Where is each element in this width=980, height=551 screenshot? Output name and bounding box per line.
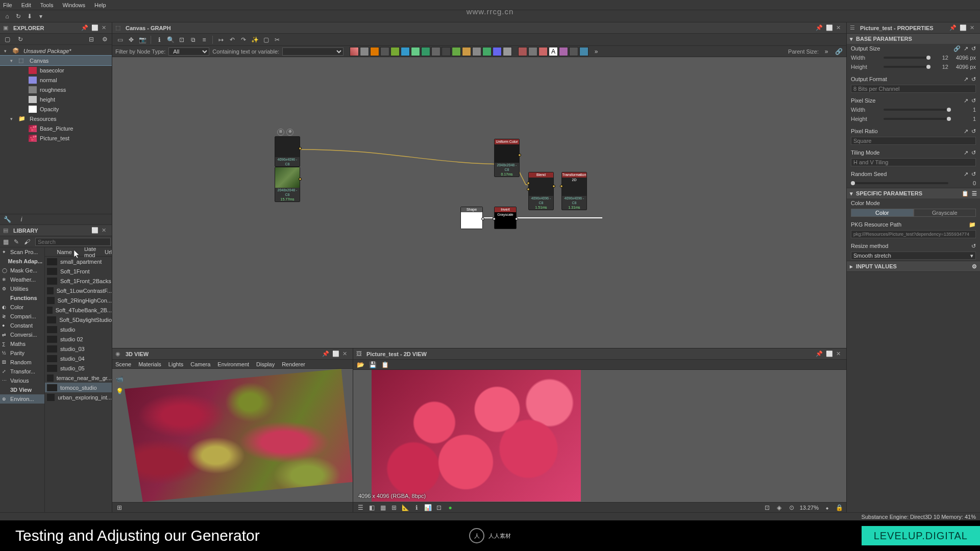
base-params-header[interactable]: ▾BASE PARAMETERS bbox=[847, 34, 980, 44]
seed-slider[interactable] bbox=[851, 182, 948, 184]
lib-category[interactable]: ❄Weather... bbox=[0, 275, 44, 284]
reset-icon[interactable]: ↺ bbox=[971, 149, 976, 156]
node-invert[interactable]: Invert Grayscale bbox=[494, 207, 517, 229]
reset-icon[interactable]: ↺ bbox=[971, 97, 976, 104]
width-slider[interactable] bbox=[884, 57, 930, 59]
menu-icon[interactable]: ☰ bbox=[972, 190, 977, 197]
node-icon[interactable] bbox=[401, 47, 410, 56]
inherit-icon[interactable]: ↗ bbox=[964, 45, 968, 52]
node-badge-icon[interactable]: B bbox=[277, 129, 284, 136]
lib-category[interactable]: 3D View bbox=[0, 385, 44, 394]
close-icon[interactable]: ✕ bbox=[102, 227, 109, 234]
node-icon[interactable] bbox=[538, 47, 548, 56]
menu-file[interactable]: File bbox=[3, 2, 12, 8]
3d-menu-scene[interactable]: Scene bbox=[115, 361, 131, 367]
node-graph[interactable]: B ⊕ 4096x4096 - C8 2048x2048 - C8 15.77m… bbox=[112, 57, 846, 348]
refresh-tree-icon[interactable]: ↻ bbox=[16, 35, 24, 43]
flow-icon[interactable]: ↦ bbox=[216, 35, 226, 44]
menu-help[interactable]: Help bbox=[94, 2, 106, 8]
3d-menu-materials[interactable]: Materials bbox=[138, 361, 161, 367]
node-icon[interactable] bbox=[360, 47, 369, 56]
node-bitmap-2[interactable]: 2048x2048 - C8 15.77ms bbox=[275, 167, 300, 202]
canvas-toolbar[interactable]: ▭ ✥ 📷 ℹ 🔍 ⊡ ⧉ ≡ ↦ ↶ ↷ ✨ ▢ ✂ bbox=[112, 34, 846, 46]
link-icon[interactable]: 🔗 bbox=[834, 47, 843, 56]
lib-category[interactable]: ∑Maths bbox=[0, 339, 44, 348]
lib-category[interactable]: ½Parity bbox=[0, 348, 44, 358]
wrench-icon[interactable]: 🔧 bbox=[3, 215, 11, 223]
maximize-icon[interactable]: ⬜ bbox=[826, 24, 833, 32]
node-transformation[interactable]: Transformation 2D 4096x4096 - C8 1.31ms bbox=[561, 172, 587, 210]
maximize-icon[interactable]: ⬜ bbox=[91, 227, 99, 234]
menu-tools[interactable]: Tools bbox=[40, 2, 54, 8]
lock-icon[interactable]: 🔒 bbox=[835, 504, 843, 512]
menu-windows[interactable]: Windows bbox=[62, 2, 85, 8]
lib-item[interactable]: studio_05 bbox=[45, 363, 112, 373]
package-row[interactable]: ▾📦 Unsaved Package* bbox=[0, 46, 112, 56]
ratio-field[interactable]: Square bbox=[851, 137, 976, 145]
3d-view-menu[interactable]: Scene Materials Lights Camera Environmen… bbox=[112, 360, 353, 369]
new-icon[interactable]: ▢ bbox=[3, 35, 11, 43]
info-icon[interactable]: i bbox=[17, 215, 26, 223]
lib-item[interactable]: studio 02 bbox=[45, 334, 112, 344]
specific-params-header[interactable]: ▾SPECIFIC PARAMETERS📋☰ bbox=[847, 188, 980, 198]
reset-icon[interactable]: ↺ bbox=[971, 243, 976, 249]
lib-category[interactable]: ≷Compari... bbox=[0, 312, 44, 321]
lib-category[interactable]: Functions bbox=[0, 293, 44, 303]
layers-icon[interactable]: ☰ bbox=[356, 504, 364, 512]
library-search-input[interactable] bbox=[35, 238, 111, 246]
align-icon[interactable]: ≡ bbox=[200, 35, 209, 44]
input-values-header[interactable]: ▸INPUT VALUES⚙ bbox=[847, 261, 980, 271]
chevron-down-icon[interactable]: ▾ bbox=[37, 12, 45, 20]
lib-category[interactable]: ⋯Various bbox=[0, 376, 44, 385]
center-icon[interactable]: ⊙ bbox=[788, 504, 796, 512]
magic-icon[interactable]: ✨ bbox=[250, 35, 259, 44]
info-icon[interactable]: ℹ bbox=[155, 35, 164, 44]
lib-item[interactable]: studio_04 bbox=[45, 354, 112, 363]
node-icon[interactable] bbox=[442, 47, 451, 56]
pin-icon[interactable]: 📌 bbox=[816, 24, 823, 32]
format-field[interactable]: 8 Bits per Channel bbox=[851, 85, 976, 93]
channel-height[interactable]: height bbox=[0, 94, 112, 104]
node-icon[interactable] bbox=[390, 47, 400, 56]
copy-icon[interactable]: 📋 bbox=[381, 361, 389, 369]
resource-picture-test[interactable]: Picture_test bbox=[0, 133, 112, 143]
pin-icon[interactable]: 📌 bbox=[949, 24, 957, 32]
lib-category[interactable]: ⇄Conversi... bbox=[0, 330, 44, 339]
tiling-field[interactable]: H and V Tiling bbox=[851, 158, 976, 166]
save-icon[interactable]: 💾 bbox=[369, 361, 377, 369]
lib-item[interactable]: urban_exploring_int... bbox=[45, 392, 112, 402]
node-icon[interactable] bbox=[569, 47, 578, 56]
pin-icon[interactable]: 📌 bbox=[81, 24, 88, 32]
fit-icon[interactable]: ⊡ bbox=[177, 35, 186, 44]
pkg-path-field[interactable]: pkg:///Resources/Picture_test?dependency… bbox=[851, 230, 976, 238]
actual-icon[interactable]: ◈ bbox=[775, 504, 783, 512]
maximize-icon[interactable]: ⬜ bbox=[91, 24, 99, 32]
lib-view-icon[interactable]: ▦ bbox=[3, 238, 9, 246]
select-icon[interactable]: ▭ bbox=[115, 35, 125, 44]
node-icon[interactable] bbox=[411, 47, 420, 56]
frame-icon[interactable]: ▢ bbox=[261, 35, 271, 44]
settings-icon[interactable]: ⚙ bbox=[101, 35, 109, 43]
channel-icon[interactable]: ◧ bbox=[368, 504, 376, 512]
maximize-icon[interactable]: ⬜ bbox=[960, 24, 967, 32]
zoom-lock-icon[interactable]: ⬥ bbox=[823, 504, 831, 512]
lib-category[interactable]: ⤢Transfor... bbox=[0, 367, 44, 376]
2d-viewport[interactable]: 4096 x 4096 (RGBA, 8bpc) bbox=[353, 370, 846, 502]
color-icon[interactable]: ● bbox=[446, 504, 454, 512]
lib-category[interactable]: ⚙Utilities bbox=[0, 284, 44, 293]
close-icon[interactable]: ✕ bbox=[836, 350, 843, 358]
close-icon[interactable]: ✕ bbox=[970, 24, 977, 32]
explorer-tree[interactable]: ▾📦 Unsaved Package* ▾⬚ Canvas basecolor … bbox=[0, 45, 112, 214]
refresh-icon[interactable]: ↻ bbox=[14, 12, 22, 20]
reset-icon[interactable]: ↺ bbox=[971, 171, 976, 178]
channel-basecolor[interactable]: basecolor bbox=[0, 65, 112, 75]
copy-icon[interactable]: 📋 bbox=[962, 190, 969, 197]
open-icon[interactable]: 📂 bbox=[356, 361, 364, 369]
crop-icon[interactable]: ✂ bbox=[273, 35, 282, 44]
inherit-icon[interactable]: ↗ bbox=[964, 76, 968, 83]
reset-icon[interactable]: ↺ bbox=[971, 45, 976, 52]
resize-field[interactable]: Smooth stretch▾ bbox=[851, 252, 976, 260]
zoom-icon[interactable]: 🔍 bbox=[166, 35, 175, 44]
move-icon[interactable]: ✥ bbox=[127, 35, 136, 44]
close-icon[interactable]: ✕ bbox=[102, 24, 109, 32]
